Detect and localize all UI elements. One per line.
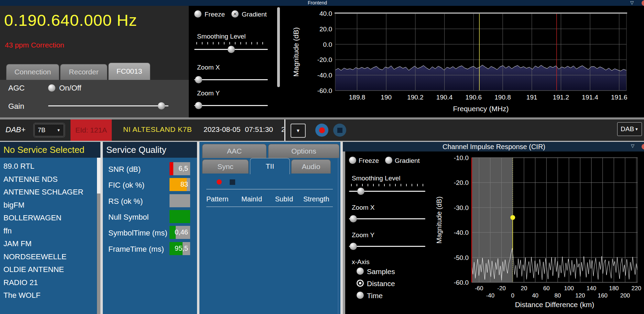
vertical-splitter[interactable]	[340, 142, 343, 314]
cir-zoom-y-track[interactable]	[349, 246, 425, 247]
cir-chart[interactable]: -10.0-20.0-30.0-40.0-50.0-60.0-60-202060…	[429, 151, 644, 314]
svg-text:-20: -20	[497, 285, 506, 292]
service-item[interactable]: OLDIE ANTENNE	[3, 265, 64, 274]
service-item[interactable]: ANTENNE SCHLAGER	[3, 188, 83, 197]
tab-tii[interactable]: TII	[250, 158, 290, 174]
cir-controls-scrollbar[interactable]	[343, 151, 345, 314]
spectrum-zoom-x-handle[interactable]	[195, 76, 202, 83]
quality-row-label: SNR (dB)	[108, 165, 141, 174]
tab-options[interactable]: Options	[268, 144, 339, 158]
channel-dropdown-icon: ▼	[57, 128, 61, 132]
svg-text:200: 200	[620, 292, 630, 299]
quality-bar: 83	[170, 178, 190, 191]
gain-label: Gain	[8, 102, 24, 111]
tab-connection[interactable]: Connection	[6, 64, 59, 80]
agc-toggle-radio[interactable]	[48, 84, 55, 92]
vertical-splitter[interactable]	[100, 142, 103, 314]
tii-column-pattern[interactable]: Pattern	[206, 195, 228, 203]
service-list-scrollbar-thumb[interactable]	[97, 158, 100, 193]
vertical-splitter[interactable]	[197, 142, 199, 314]
spectrum-zoom-x-track[interactable]	[194, 79, 268, 80]
service-item[interactable]: NORDSEEWELLE	[3, 252, 66, 261]
svg-text:-40.0: -40.0	[454, 229, 469, 236]
cir-zoom-y-slider[interactable]	[349, 242, 425, 250]
record-icon	[319, 127, 325, 133]
frontend-title: Frontend	[308, 0, 327, 6]
service-item[interactable]: RADIO 21	[3, 278, 38, 287]
spectrum-zoom-x-slider[interactable]	[194, 76, 268, 83]
record-button[interactable]	[315, 124, 328, 137]
tii-column-subid[interactable]: SubId	[275, 195, 293, 203]
service-item[interactable]: JAM FM	[3, 239, 32, 248]
spectrum-freeze-radio[interactable]	[194, 10, 201, 18]
detail-tabs-scrollbar[interactable]	[338, 158, 339, 314]
spectrum-controls-panel: Freeze Gradient Smoothing Level Zoom X Z…	[189, 6, 282, 117]
cir-title: Channel Impulse Response (CIR)	[443, 143, 545, 151]
dab-status-bar: DAB+ 7B ▼ EId: 121A NI ALTESLAND K7B 202…	[0, 119, 644, 141]
tii-column-strength[interactable]: Strength	[303, 195, 329, 203]
service-item[interactable]: ANTENNE NDS	[3, 175, 58, 184]
service-quality-header-text: Service Quality	[106, 145, 166, 155]
quality-bar	[170, 210, 190, 223]
stop-icon	[337, 128, 342, 133]
tii-divider	[206, 189, 333, 189]
tab-aac[interactable]: AAC	[202, 144, 266, 158]
service-list-panel: No Service Selected 89.0 RTLANTENNE NDSA…	[0, 142, 100, 314]
stop-button[interactable]	[333, 124, 346, 137]
quality-row-label: RS (ok %)	[108, 197, 143, 206]
spectrum-freeze-label: Freeze	[205, 11, 225, 18]
svg-text:80: 80	[555, 292, 561, 299]
service-item[interactable]: bigFM	[3, 201, 24, 210]
cir-smoothing-slider[interactable]	[349, 187, 425, 195]
channel-combobox[interactable]: 7B ▼	[34, 124, 64, 136]
cir-freeze-label: Freeze	[359, 157, 379, 165]
spectrum-smoothing-ticks	[196, 42, 266, 44]
gain-slider-handle[interactable]	[158, 102, 165, 109]
cir-zoom-x-slider[interactable]	[349, 215, 425, 222]
cir-x-axis-radio-distance[interactable]	[357, 280, 364, 287]
svg-text:-30.0: -30.0	[454, 204, 469, 211]
cir-freeze-radio[interactable]	[349, 157, 356, 164]
gain-slider[interactable]	[48, 102, 168, 109]
service-item[interactable]: The WOLF	[3, 291, 41, 300]
cir-x-axis-radio-samples[interactable]	[357, 268, 364, 275]
service-quality-header: Service Quality	[103, 142, 197, 158]
service-item[interactable]: 89.0 RTL	[3, 162, 34, 171]
tab-fc0013[interactable]: FC0013	[108, 63, 150, 80]
svg-text:190.4: 190.4	[436, 94, 453, 101]
svg-text:180: 180	[609, 285, 619, 292]
svg-text:Magnitude (dB): Magnitude (dB)	[292, 27, 300, 77]
output-mode-combobox[interactable]: DAB ▼	[617, 122, 642, 136]
frontend-spectrum-chart[interactable]: 40.020.00.0-20.0-40.0-60.0189.8190190.21…	[282, 6, 644, 117]
collapse-frontend-icon[interactable]: ▽	[630, 0, 634, 5]
expand-dropdown-button[interactable]: ▼	[291, 124, 306, 138]
frontend-titlebar: Frontend ▽	[0, 0, 644, 6]
quality-value: 83	[181, 180, 188, 188]
tab-sync[interactable]: Sync	[202, 159, 249, 174]
gain-slider-track[interactable]	[48, 105, 168, 106]
spectrum-smoothing-slider[interactable]	[194, 45, 268, 53]
spectrum-zoom-y-slider[interactable]	[194, 102, 268, 109]
cir-zoom-y-handle[interactable]	[350, 243, 357, 250]
collapse-cir-icon[interactable]: ▽	[631, 143, 634, 148]
tii-column-mainid[interactable]: MainId	[241, 195, 262, 203]
service-item[interactable]: BOLLERWAGEN	[3, 213, 62, 222]
service-item[interactable]: ffn	[3, 227, 12, 236]
cir-smoothing-label: Smoothing Level	[352, 175, 401, 182]
spectrum-controls-scrollbar[interactable]	[277, 7, 280, 87]
spectrum-zoom-y-track[interactable]	[194, 105, 268, 106]
spectrum-zoom-y-handle[interactable]	[195, 102, 202, 109]
tab-recorder[interactable]: Recorder	[60, 64, 107, 80]
tab-audio[interactable]: Audio	[291, 159, 331, 174]
spectrum-smoothing-handle[interactable]	[228, 46, 235, 53]
cir-zoom-x-handle[interactable]	[350, 215, 357, 222]
cir-x-axis-radio-time[interactable]	[357, 292, 364, 299]
svg-text:-40.0: -40.0	[317, 72, 332, 79]
cir-zoom-x-track[interactable]	[349, 218, 425, 219]
spectrum-gradient-radio[interactable]	[231, 10, 239, 18]
cir-gradient-radio[interactable]	[385, 157, 392, 164]
cir-smoothing-handle[interactable]	[357, 188, 364, 195]
quality-row-label: FrameTime (ms)	[108, 245, 164, 254]
frequency-unit: Hz	[117, 11, 137, 29]
quality-bar-fill	[170, 210, 190, 223]
